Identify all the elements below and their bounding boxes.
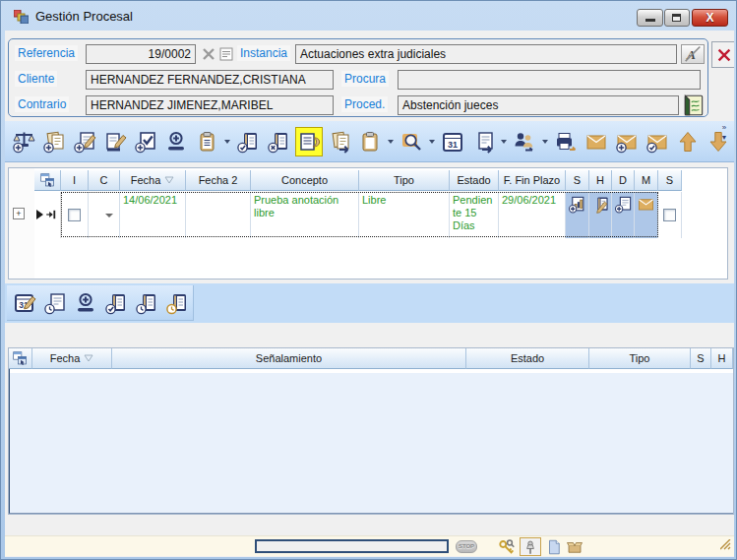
print-send-icon[interactable] (552, 127, 580, 156)
col-header-fecha2[interactable]: Fecha 2 (186, 170, 251, 191)
calendar-icon[interactable]: 31 (439, 127, 466, 156)
search-document-icon[interactable] (398, 127, 425, 156)
clipboard-icon[interactable] (356, 127, 384, 156)
col-header-c[interactable]: C (89, 170, 120, 191)
col-header-h[interactable]: H (589, 170, 612, 191)
annotation-check-icon[interactable] (234, 127, 262, 156)
send-documents-icon[interactable] (326, 127, 353, 156)
resize-grip[interactable] (720, 536, 731, 554)
col-header-concepto[interactable]: Concepto (251, 170, 359, 191)
col-header-d[interactable]: D (612, 170, 635, 191)
row-i-checkbox[interactable] (68, 209, 81, 221)
title-bar[interactable]: Gestión Procesal X (2, 2, 735, 31)
procedure-notes-icon[interactable] (681, 93, 706, 117)
open-box-icon[interactable] (564, 537, 585, 556)
add-writing-icon[interactable] (71, 127, 98, 156)
calendar-edit-icon[interactable]: 31 (11, 288, 38, 318)
export-document-icon[interactable] (469, 127, 497, 156)
assign-users-icon[interactable] (511, 127, 538, 156)
maximize-button[interactable] (664, 9, 690, 27)
sort-descending-icon (164, 176, 174, 184)
row-action-annotation-icon[interactable] (589, 192, 612, 238)
row-action-mail-icon[interactable] (635, 192, 658, 238)
stop-button[interactable]: STOP (456, 540, 477, 553)
col-header-m[interactable]: M (635, 170, 658, 191)
add-documents-icon[interactable] (40, 127, 68, 156)
current-row-arrow-icon (36, 210, 43, 219)
clipboard-dropdown-icon[interactable] (387, 127, 395, 156)
export-dropdown-icon[interactable] (500, 127, 508, 156)
app-window: Gestión Procesal X Referencia 19/0002 In… (0, 0, 737, 560)
mail-add-icon[interactable] (613, 127, 641, 156)
add-task-icon[interactable] (132, 127, 159, 156)
document-clock-icon[interactable] (41, 288, 69, 318)
main-toolbar: 31 (5, 121, 734, 162)
referencia-field[interactable]: 19/0002 (86, 44, 196, 64)
col2-header-estado[interactable]: Estado (466, 348, 589, 369)
col-header-finplazo[interactable]: F. Fin Plazo (499, 170, 566, 191)
close-button[interactable]: X (692, 9, 728, 27)
document-page-icon[interactable] (543, 537, 565, 556)
annotation-clock-icon[interactable] (133, 288, 160, 318)
col-header-estado[interactable]: Estado (450, 170, 499, 191)
row-expander-icon[interactable]: + (13, 208, 25, 219)
clear-reference-icon[interactable] (201, 46, 216, 62)
clipboard-list-dropdown-icon[interactable] (223, 127, 231, 156)
annotation-check-agenda-icon[interactable] (102, 288, 130, 318)
insert-plus-agenda-icon[interactable] (72, 288, 99, 318)
cancel-button[interactable] (711, 41, 734, 68)
col-header-i[interactable]: I (61, 170, 89, 191)
pushpin-toggle-icon[interactable] (520, 537, 541, 556)
col2-header-s[interactable]: S (691, 348, 711, 369)
mail-icon[interactable] (583, 127, 610, 156)
procura-label: Procura (341, 71, 389, 87)
grid2-customize-icon[interactable] (9, 348, 32, 369)
edit-labels-icon[interactable] (101, 127, 129, 156)
col2-header-senalamiento[interactable]: Señalamiento (112, 348, 466, 369)
col-header-fecha[interactable]: Fecha (120, 170, 186, 191)
clipboard-list-icon[interactable] (193, 127, 220, 156)
proced-field[interactable]: Abstención jueces (398, 95, 679, 115)
add-proceeding-icon[interactable] (10, 127, 37, 156)
hearings-grid-body[interactable] (9, 369, 733, 514)
status-bar: STOP (5, 535, 734, 556)
instancia-field[interactable]: Actuaciones extra judiciales (295, 44, 677, 64)
minimize-button[interactable] (637, 9, 663, 27)
sort2-descending-icon (84, 354, 93, 362)
row-pin-icon (45, 209, 57, 220)
col-header-s2[interactable]: S (658, 170, 682, 191)
row-action-report-icon[interactable] (566, 192, 589, 238)
col-header-tipo[interactable]: Tipo (359, 170, 450, 191)
row-action-document-icon[interactable] (612, 192, 635, 238)
col-header-s1[interactable]: S (566, 170, 589, 191)
cell-tipo: Libre (359, 192, 450, 238)
annotation-delete-icon[interactable] (265, 127, 292, 156)
search-dropdown-icon[interactable] (428, 127, 436, 156)
c-combo-arrow-icon[interactable] (105, 214, 113, 218)
cell-estado: Pendiente 15 Días (450, 192, 499, 238)
grid-gutter: + (9, 168, 34, 279)
col2-header-fecha[interactable]: Fecha (32, 348, 112, 369)
annotation-alarm-icon[interactable] (163, 288, 191, 318)
col2-header-h[interactable]: H (711, 348, 733, 369)
col2-header-tipo[interactable]: Tipo (589, 348, 691, 369)
instancia-label: Instancia (237, 45, 290, 61)
insert-plus-icon[interactable] (162, 127, 190, 156)
assign-users-dropdown-icon[interactable] (541, 127, 549, 156)
contrario-field[interactable]: HERNANDEZ JIMENEZ,MARIBEL (86, 95, 334, 115)
cliente-field[interactable]: HERNANDEZ FERNANDEZ,CRISTIANA (86, 70, 334, 90)
font-format-button[interactable]: A (681, 44, 705, 64)
reference-note-icon[interactable] (218, 46, 234, 62)
free-annotation-icon[interactable] (295, 127, 323, 156)
mail-check-icon[interactable] (644, 127, 671, 156)
table-row[interactable]: 14/06/2021 Prueba anotación libre Libre … (34, 192, 682, 238)
move-up-icon[interactable] (674, 127, 702, 156)
row-s-checkbox[interactable] (663, 209, 676, 221)
procura-field[interactable] (398, 70, 701, 90)
keys-icon[interactable] (496, 537, 518, 556)
window-title: Gestión Procesal (35, 9, 133, 24)
grid-customize-icon[interactable] (34, 170, 61, 191)
toolbar-overflow-icon[interactable]: »▼ (718, 123, 730, 160)
proced-label: Proced. (341, 96, 388, 112)
app-icon (14, 10, 29, 24)
